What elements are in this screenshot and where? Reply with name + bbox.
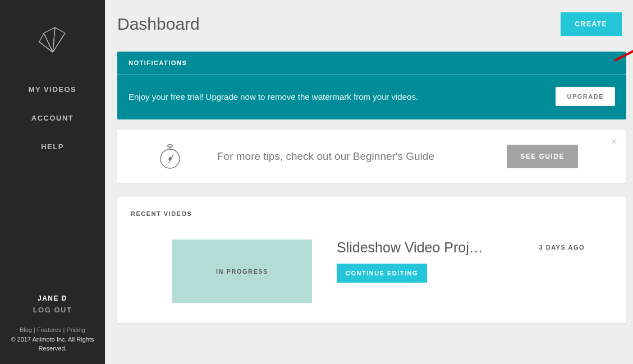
footer-link-pricing[interactable]: Pricing [66,326,85,333]
header: Dashboard CREATE [117,12,626,36]
copyright: © 2017 Animoto Inc. All Rights Reserved. [0,335,105,353]
svg-rect-2 [168,145,172,147]
footer-link-blog[interactable]: Blog [20,326,32,333]
user-name: JANE D [0,294,105,302]
video-status-badge: IN PROGRESS [216,268,268,275]
sidebar-footer: JANE D LOG OUT Blog | Features | Pricing… [0,294,105,364]
sidebar-nav: MY VIDEOS ACCOUNT HELP [0,75,105,161]
footer-link-features[interactable]: Features [37,326,61,333]
recent-videos-card: RECENT VIDEOS IN PROGRESS Slideshow Vide… [117,197,626,323]
notification-message: Enjoy your free trial! Upgrade now to re… [129,92,418,102]
video-thumbnail[interactable]: IN PROGRESS [172,239,312,303]
video-meta: Slideshow Video Proj… CONTINUE EDITING [337,239,539,283]
page-title: Dashboard [117,15,200,34]
close-icon[interactable]: × [611,135,617,148]
notifications-heading: NOTIFICATIONS [117,52,626,75]
continue-editing-button[interactable]: CONTINUE EDITING [337,264,427,283]
see-guide-button[interactable]: SEE GUIDE [507,145,578,168]
create-button[interactable]: CREATE [561,12,622,36]
logout-link[interactable]: LOG OUT [0,306,105,314]
upgrade-button[interactable]: UPGRADE [556,87,615,106]
logo [36,22,70,56]
tips-card: × For more tips, check out our Beginner'… [117,130,626,183]
notifications-panel: NOTIFICATIONS Enjoy your free trial! Upg… [117,52,626,119]
recent-videos-heading: RECENT VIDEOS [131,210,613,217]
nav-help[interactable]: HELP [0,132,105,161]
main: Dashboard CREATE NOTIFICATIONS Enjoy you… [105,0,633,364]
nav-account[interactable]: ACCOUNT [0,104,105,132]
tips-message: For more tips, check out our Beginner's … [217,150,434,163]
fan-logo-icon [36,25,70,53]
recent-video-row: IN PROGRESS Slideshow Video Proj… CONTIN… [131,239,613,303]
video-title[interactable]: Slideshow Video Proj… [337,239,516,256]
video-timestamp: 3 DAYS AGO [539,239,590,251]
nav-my-videos[interactable]: MY VIDEOS [0,75,105,104]
compass-icon [157,143,184,170]
notifications-body: Enjoy your free trial! Upgrade now to re… [117,75,626,119]
footer-links: Blog | Features | Pricing [0,326,105,333]
sidebar: MY VIDEOS ACCOUNT HELP JANE D LOG OUT Bl… [0,0,105,364]
